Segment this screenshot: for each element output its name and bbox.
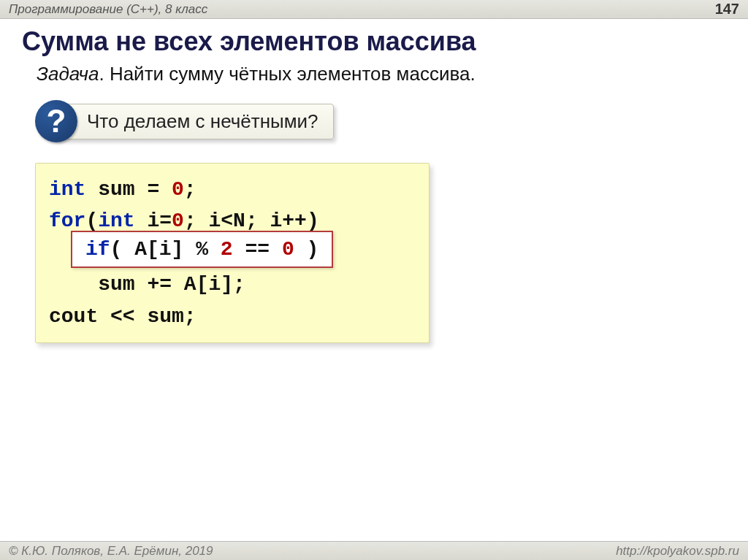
header-course: Программирование (C++), 8 класс (9, 2, 207, 17)
question-callout: ? Что делаем с нечётными? (35, 100, 726, 142)
slide-content: Сумма не всех элементов массива Задача. … (0, 19, 748, 343)
slide-footer: © К.Ю. Поляков, Е.А. Ерёмин, 2019 http:/… (0, 541, 748, 560)
task-text: . Найти сумму чётных элементов массива. (99, 63, 475, 85)
slide-title: Сумма не всех элементов массива (22, 26, 726, 57)
footer-url: http://kpolyakov.spb.ru (616, 544, 739, 559)
task-description: Задача. Найти сумму чётных элементов мас… (22, 63, 726, 85)
footer-copyright: © К.Ю. Поляков, Е.А. Ерёмин, 2019 (9, 544, 213, 559)
if-condition-overlay: if( A[i] % 2 == 0 ) (71, 231, 333, 268)
code-block: int sum = 0; for(int i=0; i<N; i++) x su… (35, 163, 430, 343)
slide-header: Программирование (C++), 8 класс 147 (0, 0, 748, 19)
page-number: 147 (715, 1, 739, 18)
question-mark-icon: ? (35, 100, 77, 142)
code-line-4: sum += A[i]; (49, 269, 416, 300)
callout-text: Что делаем с нечётными? (54, 104, 334, 139)
code-line-5: cout << sum; (49, 301, 416, 332)
code-line-1: int sum = 0; (49, 174, 416, 205)
task-label: Задача (37, 63, 99, 85)
